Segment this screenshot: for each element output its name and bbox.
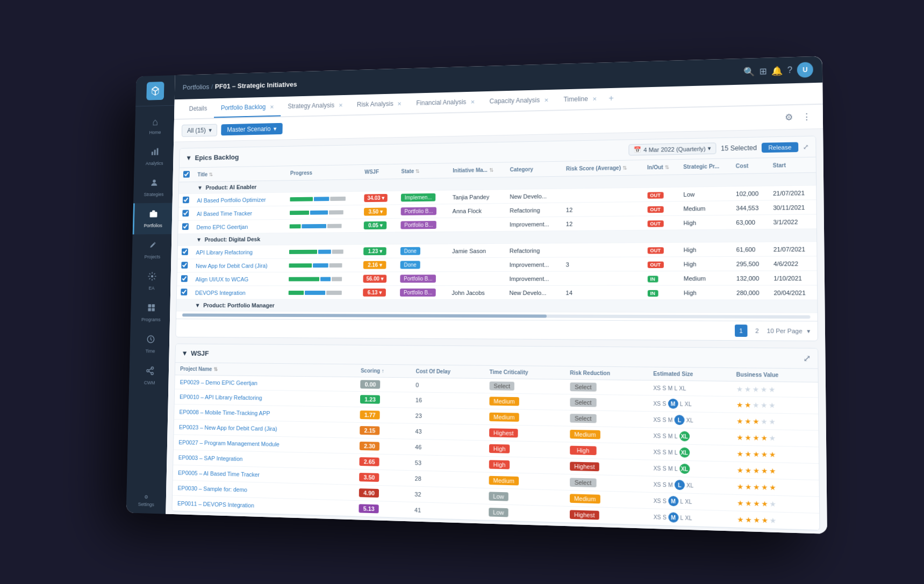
wsjf-name-link[interactable]: EP0029 – Demo EPIC Geertjan	[180, 379, 257, 386]
wsjf-name-link[interactable]: EP0010 – API Library Refactoring	[180, 393, 262, 401]
size-m[interactable]: M	[668, 465, 672, 472]
page-2[interactable]: 2	[751, 326, 762, 335]
size-xs[interactable]: XS	[653, 481, 661, 487]
star-4[interactable]: ★	[760, 385, 767, 393]
grid-icon[interactable]: ⊞	[759, 66, 767, 76]
scenario-button[interactable]: Master Scenario ▾	[221, 122, 283, 135]
star-2[interactable]: ★	[745, 515, 752, 523]
size-l[interactable]: L	[680, 498, 683, 504]
star-1[interactable]: ★	[736, 384, 743, 393]
star-2[interactable]: ★	[744, 416, 751, 425]
nav-item-strategies[interactable]: Strategies	[133, 171, 173, 203]
tc-badge[interactable]: High	[489, 444, 510, 453]
size-l[interactable]: L	[674, 449, 677, 456]
date-badge[interactable]: 📅 4 Mar 2022 (Quarterly) ▾	[628, 142, 716, 155]
size-xs[interactable]: XS	[653, 400, 661, 407]
epic-title-link[interactable]: Align UI/UX to WCAG	[195, 276, 248, 282]
star-1[interactable]: ★	[736, 400, 743, 409]
size-xs[interactable]: XS	[653, 416, 661, 423]
star-2[interactable]: ★	[745, 499, 752, 507]
more-icon[interactable]: ⋮	[799, 109, 813, 124]
rr-badge[interactable]: Highest	[569, 462, 599, 471]
wsjf-name-link[interactable]: EP0008 – Mobile Time-Tracking APP	[179, 408, 270, 416]
tab-timeline-close[interactable]: ✕	[592, 96, 596, 102]
tab-portfolio-backlog[interactable]: Portfolio Backlog ✕	[213, 97, 281, 117]
wsjf-name-link[interactable]: EP0005 – AI Based Time Tracker	[178, 469, 260, 478]
star-1[interactable]: ★	[736, 465, 743, 474]
size-xl[interactable]: XL	[686, 417, 693, 423]
nav-item-cwm[interactable]: CWM	[128, 359, 168, 392]
size-xl[interactable]: XL	[684, 400, 691, 407]
star-3[interactable]: ★	[752, 400, 759, 409]
rr-badge[interactable]: Medium	[569, 429, 600, 438]
tab-strategy-analysis-close[interactable]: ✕	[338, 102, 342, 108]
star-1[interactable]: ★	[736, 432, 743, 441]
size-m-selected[interactable]: M	[668, 496, 678, 506]
row-checkbox[interactable]	[181, 262, 188, 269]
wsjf-name-link[interactable]: EP0023 – New App for Debit Card (Jira)	[178, 423, 277, 431]
expand-icon[interactable]: ⤢	[803, 142, 808, 150]
bell-icon[interactable]: 🔔	[771, 65, 782, 76]
star-4[interactable]: ★	[761, 417, 768, 426]
star-3[interactable]: ★	[753, 416, 760, 425]
tab-financial-analysis-close[interactable]: ✕	[470, 98, 475, 104]
epic-title-link[interactable]: AI Based Time Tracker	[196, 210, 252, 217]
row-checkbox[interactable]	[182, 210, 189, 217]
help-icon[interactable]: ?	[787, 65, 792, 75]
size-l-selected[interactable]: L	[674, 479, 684, 489]
size-m[interactable]: M	[668, 385, 672, 391]
star-3[interactable]: ★	[753, 499, 760, 507]
row-checkbox[interactable]	[182, 223, 188, 230]
star-4[interactable]: ★	[760, 400, 767, 409]
wsjf-name-link[interactable]: EP0030 – Sample for: demo	[177, 485, 247, 493]
star-5[interactable]: ★	[769, 516, 776, 524]
star-5[interactable]: ★	[769, 417, 776, 426]
rr-badge[interactable]: Medium	[569, 494, 600, 503]
size-xl-selected[interactable]: XL	[679, 463, 689, 473]
star-3[interactable]: ★	[753, 449, 760, 458]
wsjf-name-link[interactable]: EP0027 – Program Management Module	[178, 439, 280, 448]
epic-title-link[interactable]: DEVOPS Integration	[195, 289, 245, 295]
star-5[interactable]: ★	[769, 401, 776, 409]
tab-risk-analysis-close[interactable]: ✕	[397, 100, 402, 106]
row-checkbox[interactable]	[182, 196, 189, 203]
size-xl[interactable]: XL	[686, 482, 693, 488]
star-2[interactable]: ★	[744, 400, 751, 409]
size-s[interactable]: S	[662, 481, 666, 488]
size-m[interactable]: M	[668, 481, 672, 488]
wsjf-expand-icon[interactable]: ⤢	[803, 352, 811, 363]
star-3[interactable]: ★	[753, 482, 760, 491]
nav-item-analytics[interactable]: Analytics	[134, 140, 174, 172]
row-checkbox[interactable]	[181, 248, 188, 255]
size-xs[interactable]: XS	[653, 497, 661, 503]
star-5[interactable]: ★	[769, 499, 776, 508]
size-l[interactable]: L	[674, 432, 677, 439]
size-s[interactable]: S	[662, 514, 666, 520]
star-1[interactable]: ★	[737, 498, 744, 507]
star-4[interactable]: ★	[761, 433, 768, 442]
breadcrumb-parent[interactable]: Portfolios	[182, 82, 209, 91]
star-4[interactable]: ★	[761, 482, 768, 491]
star-3[interactable]: ★	[752, 385, 759, 393]
size-l[interactable]: L	[679, 400, 683, 407]
size-xs[interactable]: XS	[653, 465, 661, 471]
size-l[interactable]: L	[680, 514, 683, 521]
star-5[interactable]: ★	[769, 482, 776, 491]
size-m-selected[interactable]: M	[668, 398, 678, 408]
nav-item-projects[interactable]: Projects	[132, 234, 171, 265]
star-3[interactable]: ★	[753, 515, 760, 524]
nav-item-home[interactable]: ⌂ Home	[134, 110, 174, 141]
star-1[interactable]: ★	[736, 449, 743, 458]
scroll-thumb[interactable]	[182, 313, 547, 318]
size-xl[interactable]: XL	[685, 514, 692, 521]
star-5[interactable]: ★	[769, 433, 776, 442]
size-l[interactable]: L	[674, 465, 677, 472]
tab-add-button[interactable]: +	[604, 93, 618, 103]
size-xs[interactable]: XS	[653, 514, 661, 520]
tab-capacity-analysis[interactable]: Capacity Analysis ✕	[482, 90, 556, 111]
size-xl[interactable]: XL	[679, 385, 686, 391]
tab-capacity-analysis-close[interactable]: ✕	[544, 97, 548, 103]
tc-badge[interactable]: Medium	[489, 475, 519, 485]
tc-badge[interactable]: Low	[489, 508, 508, 517]
release-button[interactable]: Release	[761, 142, 798, 153]
